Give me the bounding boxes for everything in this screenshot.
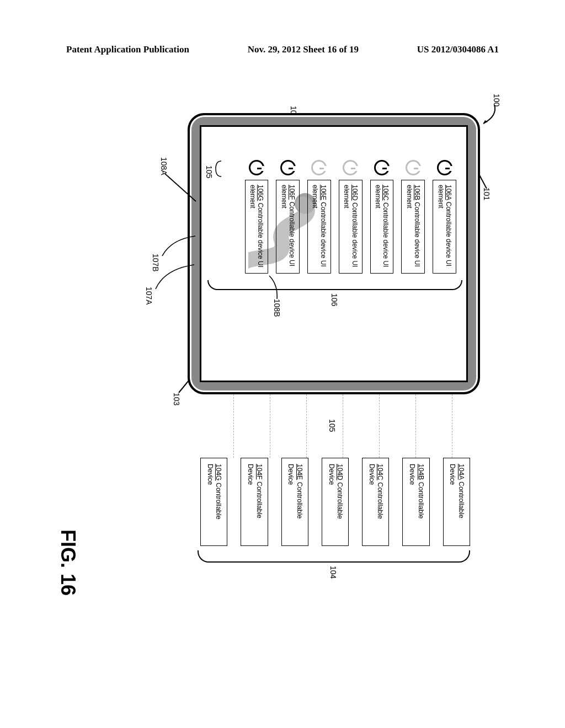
brace-106 bbox=[207, 280, 462, 290]
power-icon[interactable] bbox=[374, 160, 390, 175]
ui-element-ref: 106E bbox=[319, 185, 327, 200]
ui-element-ref: 106D bbox=[351, 185, 359, 201]
power-icon[interactable] bbox=[249, 160, 264, 175]
ui-element-row[interactable]: 106C Controllable device UI element bbox=[370, 160, 394, 298]
device-box: 104G Controllable Device bbox=[200, 458, 227, 546]
callout-100: 100 bbox=[492, 94, 501, 106]
device-ref: 104G bbox=[215, 464, 223, 481]
svg-line-2 bbox=[179, 381, 189, 393]
ui-element-box[interactable]: 106A Controllable device UI element bbox=[433, 180, 456, 274]
tablet-device: 106A Controllable device UI element106B … bbox=[188, 113, 480, 394]
callout-108A: 108A bbox=[159, 157, 168, 175]
power-icon[interactable] bbox=[311, 160, 327, 175]
power-icon[interactable] bbox=[406, 160, 421, 175]
device-ref: 104F bbox=[255, 464, 263, 480]
callout-105-inside: 105 bbox=[205, 161, 214, 174]
device-ref: 104B bbox=[417, 464, 425, 480]
power-icon[interactable] bbox=[343, 160, 358, 175]
ui-element-box[interactable]: 106B Controllable device UI element bbox=[401, 180, 425, 274]
callout-108B: 108B bbox=[273, 299, 281, 317]
callout-106: 106 bbox=[330, 293, 339, 306]
device-ref: 104C bbox=[377, 464, 385, 480]
ui-element-box[interactable]: 106F Controllable device UI element bbox=[276, 180, 300, 274]
device-ref: 104E bbox=[296, 464, 303, 480]
callout-105-links: 105 bbox=[328, 419, 337, 432]
device-box: 104C Controllable Device bbox=[362, 458, 389, 546]
ui-element-box[interactable]: 106E Controllable device UI element bbox=[307, 180, 331, 274]
figure-label: FIG. 16 bbox=[56, 529, 79, 596]
ui-element-row[interactable]: 106B Controllable device UI element bbox=[401, 160, 425, 298]
device-ref: 104A bbox=[457, 464, 465, 480]
ui-element-ref: 106C bbox=[382, 185, 390, 201]
callout-103: 103 bbox=[172, 393, 181, 405]
header-right: US 2012/0304086 A1 bbox=[417, 44, 499, 55]
callout-101: 101 bbox=[482, 188, 491, 200]
ui-element-box[interactable]: 106D Controllable device UI element bbox=[339, 180, 363, 274]
ui-element-box[interactable]: 106G Controllable device UI element bbox=[245, 180, 269, 274]
power-icon[interactable] bbox=[280, 160, 296, 175]
brace-104 bbox=[198, 550, 470, 563]
callout-104: 104 bbox=[329, 566, 338, 579]
ui-element-ref: 106B bbox=[413, 185, 421, 200]
ui-element-row[interactable]: 106E Controllable device UI element bbox=[307, 160, 331, 298]
device-box: 104A Controllable Device bbox=[443, 458, 470, 546]
device-ref: 104D bbox=[336, 464, 344, 480]
power-icon[interactable] bbox=[437, 160, 452, 175]
callout-107A: 107A bbox=[145, 287, 153, 305]
tablet-screen[interactable]: 106A Controllable device UI element106B … bbox=[200, 125, 468, 382]
svg-line-3 bbox=[165, 174, 196, 201]
device-box: 104E Controllable Device bbox=[281, 458, 308, 546]
device-box: 104F Controllable Device bbox=[241, 458, 268, 546]
header-center: Nov. 29, 2012 Sheet 16 of 19 bbox=[248, 44, 359, 55]
header-left: Patent Application Publication bbox=[66, 44, 189, 55]
ui-element-row[interactable]: 106D Controllable device UI element bbox=[339, 160, 363, 298]
ui-element-row[interactable]: 106A Controllable device UI element bbox=[433, 160, 456, 298]
figure-16: 100 102 101 103 bbox=[0, 94, 502, 535]
ui-element-ref: 106F bbox=[288, 185, 296, 200]
ui-element-ref: 106A bbox=[445, 185, 452, 200]
device-box: 104D Controllable Device bbox=[322, 458, 349, 546]
ui-element-ref: 106G bbox=[257, 185, 264, 201]
ui-element-box[interactable]: 106C Controllable device UI element bbox=[370, 180, 394, 274]
device-box: 104B Controllable Device bbox=[403, 458, 430, 546]
